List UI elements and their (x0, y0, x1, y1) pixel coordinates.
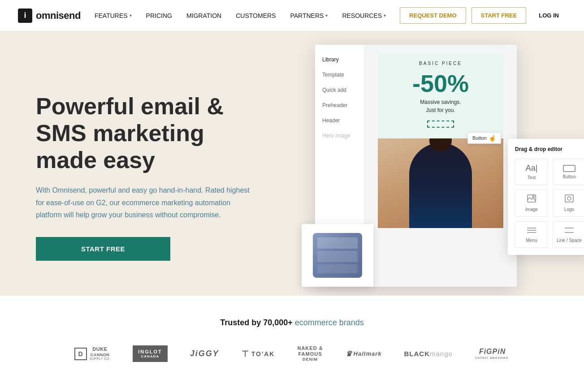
nav-features[interactable]: FEATURES ▾ (95, 12, 132, 19)
sidebar-item-preheader[interactable]: Preheader (315, 98, 364, 113)
hero-section: Powerful email & SMS marketing made easy… (0, 31, 584, 296)
logo-icon: i (18, 9, 32, 23)
trusted-text: Trusted by 70,000+ ecommerce brands (18, 318, 566, 327)
chevron-down-icon: ▾ (130, 13, 132, 18)
dde-button[interactable]: Button (553, 159, 584, 185)
cursor-icon: ☝ (489, 134, 496, 142)
email-preview-area: BASIC PIECE -50% Massive savings. Just f… (364, 45, 517, 287)
button-tooltip: Button ☝ (467, 132, 501, 144)
nav-migration[interactable]: MIGRATION (186, 12, 221, 19)
start-free-nav-button[interactable]: START FREE (472, 7, 527, 24)
brand-figpin: FiGPiN collect awesome. (475, 348, 510, 360)
chevron-down-icon: ▾ (325, 13, 328, 18)
nav-resources[interactable]: RESOURCES ▾ (342, 12, 386, 19)
dde-logo-label: Logo (564, 207, 574, 212)
hero-text-block: Powerful email & SMS marketing made easy… (36, 93, 260, 261)
drag-drop-editor: Drag & drop editor Aa| Text Button Image (508, 139, 584, 255)
svg-point-3 (567, 197, 571, 200)
discount-amount: -50% (385, 71, 496, 95)
sidebar-item-heroimage[interactable]: Hero Image (315, 128, 364, 143)
logo-text: omnisend (36, 10, 81, 22)
email-card-image (378, 138, 503, 228)
button-icon (563, 165, 575, 172)
logo[interactable]: i omnisend (18, 9, 81, 23)
nav-actions: REQUEST DEMO START FREE LOG IN (400, 7, 566, 24)
image-icon (527, 194, 536, 205)
dde-title: Drag & drop editor (515, 146, 584, 152)
sidebar-item-quickadd[interactable]: Quick add (315, 82, 364, 98)
text-icon: Aa| (526, 164, 538, 173)
dde-linespace[interactable]: Line / Space (553, 221, 584, 248)
brand-toak: ⊤ TO'AK (242, 349, 275, 359)
brand-blackmango: BLACKmango (404, 350, 453, 358)
linespace-icon (565, 226, 574, 236)
discount-text: Massive savings. Just for you. (385, 98, 496, 114)
shop-btn-area (385, 121, 496, 131)
shop-button[interactable] (427, 121, 454, 128)
menu-icon (527, 226, 536, 236)
nav-pricing[interactable]: PRICING (146, 12, 172, 19)
dde-image-label: Image (525, 207, 538, 212)
trusted-prefix: Trusted by 70,000+ (220, 318, 293, 327)
dde-text-label: Text (528, 175, 536, 180)
brand-inglot: INGLOT CANADA (133, 345, 168, 362)
brand-naked-famous: NAKED & FAMOUS DENIM (297, 345, 323, 362)
brand-logos: D DUKE CANNON SUPPLY CO. INGLOT CANADA J… (18, 345, 566, 362)
duke-icon: D (74, 348, 87, 360)
dde-linespace-label: Line / Space (557, 238, 582, 243)
brand-jiggy: JiGGY (190, 349, 219, 358)
dde-grid: Aa| Text Button Image Log (515, 159, 584, 248)
sidebar-item-library[interactable]: Library (315, 52, 364, 67)
brand-hallmark: ♛ Hallmark (346, 349, 382, 358)
brand-duke-cannon: D DUKE CANNON SUPPLY CO. (74, 346, 110, 361)
jeans-image (313, 233, 362, 278)
jeans-card (302, 224, 373, 287)
dde-text[interactable]: Aa| Text (515, 159, 548, 185)
sidebar-item-template[interactable]: Template (315, 67, 364, 82)
dde-image[interactable]: Image (515, 190, 548, 217)
logo-icon (565, 194, 574, 205)
navbar: i omnisend FEATURES ▾ PRICING MIGRATION … (0, 0, 584, 31)
hero-visual: Library Template Quick add Preheader Hea… (279, 40, 584, 296)
sidebar-item-header[interactable]: Header (315, 113, 364, 128)
login-button[interactable]: LOG IN (532, 8, 566, 23)
hero-title: Powerful email & SMS marketing made easy (36, 93, 260, 173)
brand-name: BASIC PIECE (385, 61, 496, 66)
dde-menu-label: Menu (526, 238, 537, 243)
svg-point-1 (532, 196, 534, 198)
email-card-header: BASIC PIECE -50% Massive savings. Just f… (378, 54, 503, 138)
dde-button-label: Button (563, 174, 576, 179)
hero-subtitle: With Omnisend, powerful and easy go hand… (36, 184, 251, 221)
trusted-suffix: ecommerce brands (295, 318, 364, 327)
start-free-hero-button[interactable]: START FREE (36, 237, 170, 261)
request-demo-button[interactable]: REQUEST DEMO (400, 7, 466, 24)
chevron-down-icon: ▾ (384, 13, 386, 18)
nav-customers[interactable]: CUSTOMERS (236, 12, 276, 19)
trusted-section: Trusted by 70,000+ ecommerce brands D DU… (0, 296, 584, 384)
nav-partners[interactable]: PARTNERS ▾ (290, 12, 328, 19)
dde-logo[interactable]: Logo (553, 190, 584, 217)
dde-menu[interactable]: Menu (515, 221, 548, 248)
svg-rect-2 (565, 195, 573, 202)
nav-links: FEATURES ▾ PRICING MIGRATION CUSTOMERS P… (95, 12, 386, 19)
